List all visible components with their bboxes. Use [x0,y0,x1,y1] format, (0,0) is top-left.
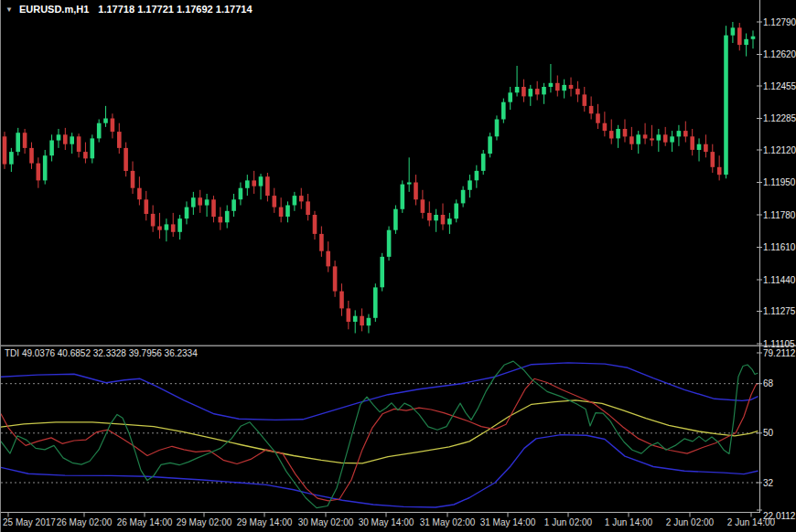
lower-volatility-band-line [1,435,758,507]
time-axis-label: 31 May 14:00 [480,517,536,527]
candle-body [239,188,243,200]
price-axis-label: 1.12285 [763,113,796,123]
candle-body [367,318,371,325]
candle-body [9,152,14,165]
candle-body [198,197,202,205]
candle-body [744,39,748,45]
candle-body [191,197,196,207]
symbol-dropdown-icon[interactable]: ▼ [5,5,13,14]
candle-body [111,119,115,133]
candle-body [157,227,162,230]
candle-body [575,89,580,94]
candle-body [77,136,81,152]
time-axis-label: 30 May 14:00 [359,517,414,527]
candle-body [171,224,176,231]
candle-body [252,180,256,186]
candle-body [683,131,688,136]
candle-body [589,106,594,113]
candle-body [657,134,662,140]
candle-body [495,120,500,137]
candle-body [103,119,108,123]
candle-body [131,171,135,188]
candle-body [461,190,466,204]
candle-body [569,85,574,89]
candle-body [393,209,398,230]
candle-body [49,141,54,156]
candle-body [643,134,648,138]
candle-body [421,199,425,213]
candle-body [273,196,277,207]
candle-body [515,87,520,92]
candle-body [259,176,264,186]
candle-body [481,154,486,171]
candle-body [697,144,702,150]
tdi-axis-label: 68 [763,378,774,388]
candle-body [629,136,634,144]
rsi-price-line-line [1,361,758,507]
candle-body [670,136,674,142]
time-axis: 25 May 201726 May 02:0026 May 14:0029 Ma… [1,513,776,528]
candle-body [347,308,351,322]
candle-body [380,257,384,287]
candle-body [677,131,682,136]
candle-body [488,136,492,154]
candle-body [265,176,270,196]
price-axis-label: 1.12455 [763,81,796,91]
candle-body [339,292,344,309]
candle-body [43,155,48,180]
candle-body [549,83,554,87]
candle-body [219,217,223,222]
candle-body [185,207,189,219]
candle-body [353,316,358,322]
candle-body [508,92,512,101]
candle-body [225,211,230,223]
candle-body [151,214,156,227]
candlestick-layer [3,22,756,334]
candle-body [117,132,122,148]
candle-body [454,204,458,219]
tdi-panel [1,361,758,507]
candle-body [583,94,587,106]
candle-body [690,136,694,150]
time-axis-label: 29 May 14:00 [237,517,293,527]
time-axis-label: 25 May 2017 [3,517,56,527]
candle-body [124,148,128,171]
candle-body [91,138,95,158]
candle-body [529,89,533,96]
candle-body [63,134,68,144]
candle-body [447,218,452,224]
panel-separator [1,346,796,346]
candle-body [616,129,620,138]
candle-body [97,123,102,139]
candle-body [137,188,142,200]
price-axis-label: 1.11440 [763,275,796,285]
candle-body [704,144,708,152]
candle-body [285,206,290,218]
candle-body [37,164,41,181]
candle-body [373,287,378,317]
candle-body [724,36,728,176]
candle-body [83,152,88,158]
candle-body [23,133,27,148]
candle-body [542,87,546,94]
candle-body [387,230,392,257]
candle-body [360,316,364,325]
price-axis-label: 1.11950 [763,177,796,187]
candle-body [231,199,236,211]
candle-body [407,183,412,185]
candle-body [211,199,216,217]
tdi-indicator-label: TDI 49.0376 40.6852 32.3328 39.7956 36.2… [5,348,198,358]
time-axis-label: 26 May 02:00 [57,517,113,527]
candle-body [165,224,169,229]
candle-body [751,37,756,39]
candle-body [609,131,614,138]
chart-canvas[interactable]: 1.127901.126201.124551.122851.121201.119… [1,0,796,532]
candle-body [555,83,560,90]
candle-body [731,27,736,35]
time-axis-label: 29 May 02:00 [177,517,232,527]
tdi-axis-label: 79.2112 [763,348,796,358]
mt4-chart-window: 1.127901.126201.124551.122851.121201.119… [0,0,796,532]
candle-body [441,215,446,224]
chart-title-bar: ▼ EURUSD.m,H1 1.17718 1.17721 1.17692 1.… [5,4,253,15]
tdi-axis-label: 50 [763,428,774,438]
